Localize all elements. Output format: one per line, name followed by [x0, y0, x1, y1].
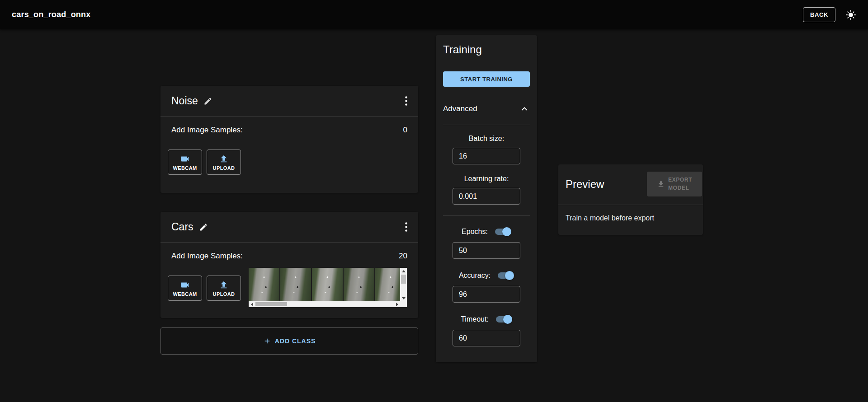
- samples-count: 20: [399, 252, 407, 261]
- chevron-up-icon: [519, 103, 530, 114]
- upload-button[interactable]: UPLOAD: [207, 150, 241, 175]
- accuracy-input[interactable]: [453, 286, 520, 303]
- preview-header: Preview EXPORT MODEL: [558, 164, 703, 205]
- upload-icon: [219, 280, 229, 290]
- edit-icon[interactable]: [203, 97, 212, 106]
- sample-row: Add Image Samples: 0: [168, 126, 407, 135]
- light-mode-icon[interactable]: [845, 9, 856, 20]
- sample-source-buttons: WEBCAM UPLOAD: [168, 150, 241, 175]
- webcam-button[interactable]: WEBCAM: [168, 150, 202, 175]
- preview-title: Preview: [566, 178, 604, 191]
- upload-icon: [219, 154, 229, 164]
- samples-label: Add Image Samples:: [171, 126, 243, 135]
- advanced-toggle[interactable]: Advanced: [443, 103, 530, 115]
- timeout-label: Timeout:: [461, 315, 489, 323]
- scroll-up-button[interactable]: [400, 268, 407, 274]
- videocam-icon: [180, 280, 190, 290]
- scrollbar-vertical[interactable]: [400, 268, 407, 301]
- epochs-label: Epochs:: [462, 228, 488, 236]
- advanced-label: Advanced: [443, 104, 477, 113]
- learning-rate-input[interactable]: [453, 188, 520, 205]
- download-icon: [657, 180, 665, 188]
- media-row: WEBCAM UPLOAD: [168, 268, 407, 307]
- class-card-body: Add Image Samples: 20 WEBCAM UPLOAD: [160, 243, 418, 318]
- scrollbar-corner: [400, 301, 407, 307]
- scrollbar-vertical-thumb[interactable]: [401, 275, 406, 284]
- export-label-line2: MODEL: [668, 185, 689, 191]
- scrollbar-horizontal[interactable]: [249, 301, 400, 307]
- upload-label: UPLOAD: [213, 291, 235, 297]
- sample-thumbnail[interactable]: [312, 268, 343, 301]
- media-row: WEBCAM UPLOAD: [168, 142, 407, 175]
- accuracy-row: Accuracy:: [443, 270, 530, 281]
- sample-thumbnail[interactable]: [344, 268, 374, 301]
- training-panel: Training START TRAINING Advanced Batch s…: [436, 35, 537, 362]
- timeout-toggle[interactable]: [495, 314, 512, 324]
- more-options-icon[interactable]: [402, 220, 410, 234]
- class-card-cars: Cars Add Image Samples: 20 WEBCAM: [160, 212, 418, 318]
- class-card-body: Add Image Samples: 0 WEBCAM UPLOAD: [160, 117, 418, 186]
- samples-label: Add Image Samples:: [171, 252, 243, 261]
- divider: [443, 215, 530, 216]
- scroll-down-button[interactable]: [400, 295, 407, 301]
- accuracy-toggle[interactable]: [497, 271, 514, 280]
- sample-thumbnail[interactable]: [249, 268, 279, 301]
- scroll-right-button[interactable]: [394, 301, 400, 307]
- upload-label: UPLOAD: [213, 165, 235, 171]
- sample-thumbnail[interactable]: [375, 268, 400, 301]
- class-name: Cars: [171, 221, 193, 233]
- divider: [443, 125, 530, 125]
- app-title: cars_on_road_onnx: [12, 10, 90, 19]
- upload-button[interactable]: UPLOAD: [207, 276, 241, 301]
- start-training-button[interactable]: START TRAINING: [443, 71, 530, 87]
- app-bar: cars_on_road_onnx BACK: [0, 0, 868, 29]
- epochs-input[interactable]: [453, 242, 520, 259]
- plus-icon: [263, 337, 271, 345]
- export-message: Train a model before export: [558, 205, 703, 231]
- scrollbar-horizontal-thumb[interactable]: [255, 302, 287, 306]
- back-button[interactable]: BACK: [803, 7, 835, 22]
- webcam-label: WEBCAM: [173, 291, 197, 297]
- class-card-header: Cars: [160, 212, 418, 243]
- samples-count: 0: [403, 126, 407, 135]
- add-class-label: ADD CLASS: [275, 337, 316, 345]
- class-name: Noise: [171, 95, 198, 107]
- webcam-label: WEBCAM: [173, 165, 197, 171]
- timeout-input[interactable]: [453, 330, 520, 346]
- class-list: Noise Add Image Samples: 0 WEBCAM: [160, 86, 418, 355]
- export-label-line1: EXPORT: [668, 177, 692, 183]
- videocam-icon: [180, 154, 190, 164]
- add-class-button[interactable]: ADD CLASS: [160, 327, 418, 355]
- epochs-toggle[interactable]: [494, 227, 511, 237]
- scroll-left-button[interactable]: [249, 301, 255, 307]
- sample-row: Add Image Samples: 20: [168, 252, 407, 261]
- epochs-row: Epochs:: [443, 226, 530, 238]
- batch-size-input[interactable]: [453, 148, 520, 164]
- accuracy-label: Accuracy:: [459, 271, 491, 280]
- training-title: Training: [443, 43, 530, 56]
- export-model-button[interactable]: EXPORT MODEL: [647, 172, 702, 196]
- batch-size-label: Batch size:: [443, 134, 530, 143]
- class-card-noise: Noise Add Image Samples: 0 WEBCAM: [160, 86, 418, 193]
- learning-rate-label: Learning rate:: [443, 174, 530, 183]
- topbar-actions: BACK: [803, 7, 856, 22]
- sample-source-buttons: WEBCAM UPLOAD: [168, 276, 241, 301]
- sample-thumbnail[interactable]: [280, 268, 311, 301]
- sample-thumbnails: [249, 268, 400, 301]
- sample-gallery: [249, 268, 407, 307]
- more-options-icon[interactable]: [402, 93, 410, 108]
- timeout-row: Timeout:: [443, 313, 530, 325]
- webcam-button[interactable]: WEBCAM: [168, 276, 202, 301]
- preview-panel: Preview EXPORT MODEL Train a model befor…: [558, 164, 703, 235]
- edit-icon[interactable]: [199, 223, 208, 232]
- class-card-header: Noise: [160, 86, 418, 117]
